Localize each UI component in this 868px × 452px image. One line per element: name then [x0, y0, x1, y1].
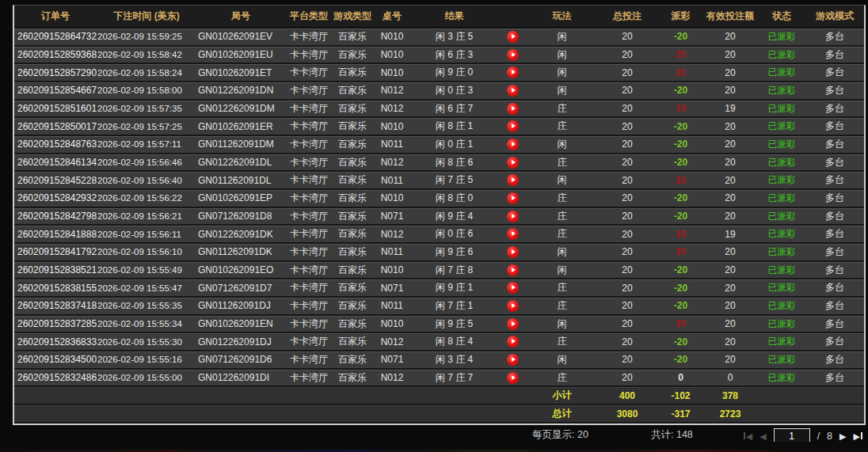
cell-replay: [497, 63, 528, 82]
cell-round-number: GN010262091EN: [196, 315, 285, 333]
cell-status: 已派彩: [758, 243, 805, 261]
cell-platform: 卡卡湾厅: [285, 28, 333, 46]
cell-platform: 卡卡湾厅: [285, 82, 333, 100]
cell-total-bet: 20: [596, 135, 659, 154]
cell-game-type: 百家乐: [333, 297, 372, 315]
replay-play-button[interactable]: [507, 211, 519, 222]
cell-bet-time: 2026-02-09 15:55:47: [97, 279, 196, 297]
cell-bet-time: 2026-02-09 15:55:35: [97, 297, 196, 315]
cell-total-bet: 20: [596, 63, 659, 82]
cell-result: 闲 0 庄 1: [412, 135, 497, 154]
cell-result: 闲 8 庄 4: [412, 332, 497, 351]
cell-table-number: N071: [372, 207, 412, 226]
replay-play-button[interactable]: [507, 174, 519, 186]
cell-payout: 20: [659, 171, 702, 189]
cell-status: 已派彩: [758, 189, 805, 207]
cell-table-number: N011: [372, 171, 412, 189]
cell-total-bet: 20: [596, 189, 659, 207]
cell-order: 260209152850017: [14, 117, 97, 135]
cell-status: 已派彩: [758, 135, 805, 154]
cell-bet-time: 2026-02-09 15:57:11: [97, 135, 196, 154]
column-header-table-no: 桌号: [372, 6, 412, 28]
cell-result: 闲 9 庄 0: [412, 63, 497, 82]
cell-round-number: GN010262091EP: [196, 189, 285, 207]
cell-bet-time: 2026-02-09 15:55:34: [97, 315, 196, 333]
replay-play-button[interactable]: [507, 300, 519, 312]
cell-game-type: 百家乐: [333, 225, 372, 243]
column-header-play: 玩法: [528, 6, 596, 28]
replay-play-button[interactable]: [507, 264, 519, 276]
replay-play-button[interactable]: [507, 318, 519, 330]
cell-payout: 20: [659, 243, 702, 261]
replay-play-button[interactable]: [507, 31, 519, 43]
cell-bet-time: 2026-02-09 15:58:42: [97, 46, 196, 64]
cell-valid-bet: 20: [702, 279, 758, 297]
table-row: 2602091528324862026-02-09 15:55:00GN0122…: [14, 369, 864, 387]
cell-game-type: 百家乐: [333, 135, 372, 154]
replay-play-button[interactable]: [507, 103, 519, 115]
cell-status: 已派彩: [758, 28, 805, 46]
cell-replay: [497, 351, 528, 369]
column-header-round: 局号: [196, 6, 285, 28]
cell-bet-time: 2026-02-09 15:56:46: [97, 154, 196, 172]
cell-play-type: 闲: [528, 63, 596, 82]
replay-play-button[interactable]: [507, 139, 519, 150]
cell-result: 闲 6 庄 7: [412, 100, 497, 118]
cell-payout: -20: [659, 28, 702, 46]
cell-play-type: 庄: [528, 154, 596, 172]
cell-order: 260209152838155: [14, 279, 97, 297]
table-row: 2602091528372852026-02-09 15:55:34GN0102…: [14, 315, 864, 333]
page-total: 8: [827, 431, 832, 442]
replay-play-button[interactable]: [507, 192, 519, 204]
replay-play-button[interactable]: [507, 66, 519, 78]
replay-play-button[interactable]: [507, 228, 519, 240]
cell-round-number: GN071262091D6: [196, 351, 285, 369]
cell-valid-bet: 0: [702, 369, 758, 387]
cell-status: 已派彩: [758, 297, 805, 315]
cell-round-number: GN012262091DJ: [196, 332, 285, 351]
replay-play-button[interactable]: [507, 49, 519, 61]
cell-platform: 卡卡湾厅: [285, 351, 333, 369]
cell-total-bet: 20: [596, 117, 659, 135]
replay-play-button[interactable]: [507, 336, 519, 348]
cell-round-number: GN012262091DL: [196, 154, 285, 172]
replay-play-button[interactable]: [507, 85, 519, 97]
column-header-status: 状态: [758, 6, 805, 28]
cell-order: 260209152842798: [14, 207, 97, 226]
cell-valid-bet: 20: [702, 117, 758, 135]
column-header-result-replay: [497, 6, 528, 28]
replay-play-button[interactable]: [507, 372, 519, 384]
grand-total-row-spacer: [372, 405, 412, 423]
replay-play-button[interactable]: [507, 246, 519, 258]
cell-round-number: GN071262091D8: [196, 207, 285, 226]
cell-valid-bet: 19: [702, 100, 758, 118]
table-row: 2602091528429322026-02-09 15:56:22GN0102…: [14, 189, 864, 207]
cell-table-number: N012: [372, 82, 412, 100]
cell-game-type: 百家乐: [333, 63, 372, 82]
grand-total-row-spacer: [497, 405, 528, 423]
cell-payout: -20: [659, 135, 702, 154]
cell-game-mode: 多台: [805, 117, 864, 135]
first-page-button[interactable]: ◀: [744, 430, 752, 443]
cell-payout: 19: [659, 100, 702, 118]
cell-order: 260209152854667: [14, 82, 97, 100]
cell-bet-time: 2026-02-09 15:57:25: [97, 117, 196, 135]
replay-play-button[interactable]: [507, 354, 519, 366]
cell-table-number: N010: [372, 28, 412, 46]
cell-payout: 20: [659, 315, 702, 333]
replay-play-button[interactable]: [507, 282, 519, 294]
cell-game-mode: 多台: [805, 46, 864, 64]
grand-total-row-spacer: [14, 405, 97, 423]
cell-game-type: 百家乐: [333, 28, 372, 46]
replay-play-button[interactable]: [507, 157, 519, 169]
subtotal-row-spacer: [372, 386, 412, 405]
prev-page-button[interactable]: ◀: [760, 430, 766, 443]
cell-game-mode: 多台: [805, 279, 864, 297]
cell-replay: [497, 297, 528, 315]
cell-bet-time: 2026-02-09 15:58:24: [97, 63, 196, 82]
next-page-button[interactable]: ▶: [839, 430, 846, 443]
last-page-button[interactable]: ▶: [854, 430, 862, 443]
cell-order: 260209152857290: [14, 63, 97, 82]
replay-play-button[interactable]: [507, 120, 519, 132]
cell-valid-bet: 20: [702, 154, 758, 172]
